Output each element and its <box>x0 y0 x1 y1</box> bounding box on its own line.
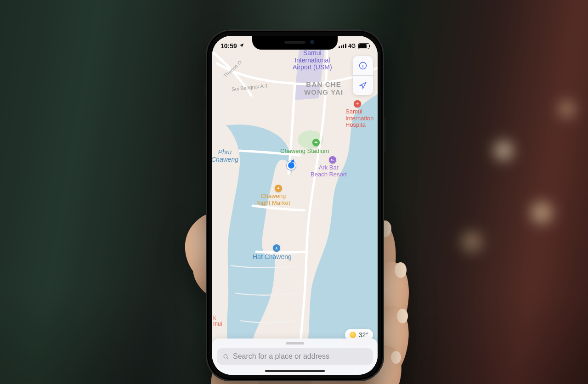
user-location-dot[interactable] <box>287 161 296 170</box>
svg-point-8 <box>277 187 279 189</box>
svg-point-7 <box>316 141 317 143</box>
search-icon <box>222 353 229 360</box>
poi-beach-icon[interactable] <box>273 244 280 252</box>
power-button[interactable] <box>384 118 386 152</box>
volume-up-button[interactable] <box>204 109 206 131</box>
svg-point-6 <box>315 141 316 143</box>
sun-icon <box>350 332 356 338</box>
phone-frame: 10:59 4G <box>206 29 384 381</box>
home-indicator[interactable] <box>265 370 325 372</box>
map-controls <box>353 56 373 95</box>
location-services-icon <box>239 42 244 50</box>
svg-line-13 <box>227 358 228 359</box>
poi-stadium-icon[interactable] <box>312 139 320 146</box>
cellular-signal-icon <box>339 44 346 48</box>
volume-down-button[interactable] <box>204 137 206 159</box>
search-field[interactable]: Search for a place or address <box>217 348 373 365</box>
network-type: 4G <box>348 43 356 49</box>
poi-hospital-icon[interactable] <box>354 100 361 107</box>
screen: 10:59 4G <box>212 36 378 375</box>
map-info-button[interactable] <box>353 56 373 75</box>
poi-market-icon[interactable] <box>275 185 282 192</box>
mute-switch[interactable] <box>204 85 206 97</box>
weather-temperature: 32° <box>359 331 368 339</box>
drag-handle[interactable] <box>286 342 304 344</box>
locate-me-button[interactable] <box>353 76 373 95</box>
status-time: 10:59 <box>220 42 237 50</box>
svg-point-12 <box>224 355 227 358</box>
search-placeholder: Search for a place or address <box>233 352 329 361</box>
notch <box>252 36 338 50</box>
battery-icon <box>358 43 369 49</box>
svg-point-11 <box>363 64 363 64</box>
poi-hotel-icon[interactable] <box>329 156 336 164</box>
